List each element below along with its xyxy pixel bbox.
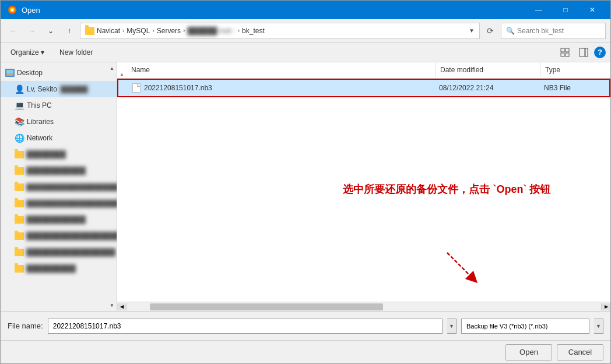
expand-button[interactable]: ⌄ <box>43 23 59 39</box>
back-button[interactable]: ← <box>5 23 22 39</box>
sidebar-label-network: Network <box>27 134 52 142</box>
scroll-down-arrow[interactable]: ▼ <box>107 301 117 310</box>
new-folder-button[interactable]: New folder <box>54 45 98 60</box>
sidebar-item-folder8[interactable]: ██████████ <box>1 260 117 277</box>
filename-input[interactable] <box>48 319 443 334</box>
svg-rect-4 <box>566 48 569 52</box>
filetype-select[interactable]: Backup file V3 (*nb3) (*.nb3) <box>461 319 589 334</box>
minimize-button[interactable]: — <box>525 1 552 19</box>
h-scroll-thumb[interactable] <box>150 303 383 310</box>
path-arrow-2: › <box>152 27 154 34</box>
path-arrow-3: › <box>183 27 185 34</box>
svg-rect-6 <box>566 53 569 56</box>
dialog-title: Open <box>22 6 40 15</box>
maximize-button[interactable]: □ <box>552 1 579 19</box>
file-list: 选中所要还原的备份文件，点击 `Open` 按钮 <box>117 79 610 302</box>
filename-dropdown[interactable]: ▼ <box>447 319 457 334</box>
close-button[interactable]: ✕ <box>579 1 606 19</box>
up-button[interactable]: ↑ <box>61 23 78 39</box>
filename-bar: File name: ▼ Backup file V3 (*nb3) (*.nb… <box>1 311 610 340</box>
sidebar-label-folder7: ██████████████████ <box>26 248 115 256</box>
open-dialog: Open — □ ✕ ← → ⌄ ↑ Navicat › MySQL › Ser… <box>0 0 611 364</box>
preview-pane-button[interactable] <box>575 45 592 60</box>
sidebar-label-libraries: Libraries <box>27 118 54 126</box>
sidebar-label-folder2: ████████████ <box>26 167 86 175</box>
filetype-dropdown[interactable]: ▼ <box>594 319 603 334</box>
forward-button[interactable]: → <box>24 23 40 39</box>
col-header-type[interactable]: Type <box>540 62 610 77</box>
folder-icon-3 <box>15 183 24 191</box>
path-segment-root: ██████ root - <box>187 27 235 35</box>
folder-icon-8 <box>15 265 24 273</box>
sidebar-label-folder6: ████████████████████████ <box>26 232 117 240</box>
sidebar-item-desktop[interactable]: Desktop <box>1 65 117 81</box>
path-dropdown-arrow: ▼ <box>469 27 475 34</box>
sidebar-label-folder5: ████████████ <box>26 215 86 224</box>
path-segment-bktest: bk_test <box>242 27 265 35</box>
filename-label: File name: <box>8 321 43 330</box>
sidebar-item-folder5[interactable]: ████████████ <box>1 211 117 228</box>
organize-button[interactable]: Organize ▾ <box>5 45 50 60</box>
path-segment-mysql: MySQL <box>127 27 150 35</box>
horizontal-scrollbar[interactable]: ◀ ▶ <box>117 302 610 311</box>
folder-icon-1 <box>15 151 24 158</box>
col-name-label: Name <box>131 66 150 74</box>
help-button[interactable]: ? <box>594 47 606 58</box>
user-icon: 👤 <box>15 84 24 94</box>
file-cell-name: 20221208151017.nb3 <box>128 83 434 93</box>
user-blurred: ██████ <box>61 86 88 93</box>
folder-icon-4 <box>15 200 24 207</box>
sidebar-item-network[interactable]: 🌐 Network <box>1 130 117 146</box>
title-bar-left: Open <box>8 5 40 15</box>
app-icon <box>8 5 17 15</box>
file-row[interactable]: 20221208151017.nb3 08/12/2022 21:24 NB3 … <box>117 79 610 97</box>
sidebar-item-thispc[interactable]: 💻 This PC <box>1 97 117 114</box>
column-header: ▲ Name Date modified Type <box>117 62 610 79</box>
toolbar: Organize ▾ New folder ? <box>1 43 610 62</box>
action-row: Open Cancel <box>1 340 610 363</box>
sidebar-item-folder2[interactable]: ████████████ <box>1 162 117 179</box>
open-button[interactable]: Open <box>505 344 552 361</box>
sidebar-label-folder1: ████████ <box>26 150 66 158</box>
sidebar-label-thispc: This PC <box>27 101 52 109</box>
desktop-icon <box>5 69 15 77</box>
sidebar-item-folder3[interactable]: ████████████████████████████ <box>1 179 117 195</box>
search-input[interactable] <box>517 27 601 35</box>
search-icon: 🔍 <box>506 27 515 35</box>
col-header-name[interactable]: Name <box>127 62 436 77</box>
libraries-icon: 📚 <box>15 117 24 126</box>
file-name: 20221208151017.nb3 <box>144 84 212 92</box>
sidebar-item-folder7[interactable]: ██████████████████ <box>1 244 117 260</box>
title-bar: Open — □ ✕ <box>1 1 610 19</box>
path-arrow-1: › <box>122 27 124 34</box>
folder-icon-6 <box>15 232 24 240</box>
refresh-button[interactable]: ⟳ <box>482 23 498 39</box>
cancel-button[interactable]: Cancel <box>557 344 603 361</box>
folder-icon-7 <box>15 249 24 256</box>
filetype-value: Backup file V3 (*nb3) (*.nb3) <box>466 323 547 330</box>
address-path[interactable]: Navicat › MySQL › Servers › ██████ root … <box>80 23 480 39</box>
sidebar-item-user[interactable]: 👤 Lv, Sekito ██████ <box>1 81 117 97</box>
file-cell-date: 08/12/2022 21:24 <box>434 84 539 92</box>
view-toggle-button[interactable] <box>557 45 573 60</box>
sidebar-item-folder6[interactable]: ████████████████████████ <box>1 228 117 244</box>
sidebar-label-desktop: Desktop <box>17 69 43 77</box>
col-header-date[interactable]: Date modified <box>436 62 540 77</box>
window-controls: — □ ✕ <box>525 1 606 19</box>
sidebar-item-libraries[interactable]: 📚 Libraries <box>1 114 117 130</box>
path-segment-servers: Servers <box>157 27 181 35</box>
folder-icon-5 <box>15 216 24 224</box>
sidebar-label-user: Lv, Sekito <box>27 85 57 93</box>
scroll-up-arrow[interactable]: ▲ <box>107 63 117 73</box>
path-folder-icon <box>85 27 94 35</box>
annotation-text: 选中所要还原的备份文件，点击 `Open` 按钮 <box>343 182 550 196</box>
svg-rect-5 <box>561 53 564 56</box>
folder-icon-2 <box>15 167 24 175</box>
svg-rect-7 <box>580 48 585 56</box>
svg-line-9 <box>447 253 473 279</box>
arrow-indicator <box>441 247 482 290</box>
left-panel: ▲ Desktop 👤 Lv, Sekito ██████ 💻 This PC … <box>1 62 117 311</box>
sidebar-item-folder1[interactable]: ████████ <box>1 146 117 162</box>
sidebar-item-folder4[interactable]: ████████████████████████████ <box>1 195 117 211</box>
sidebar-label-folder8: ██████████ <box>26 264 76 273</box>
